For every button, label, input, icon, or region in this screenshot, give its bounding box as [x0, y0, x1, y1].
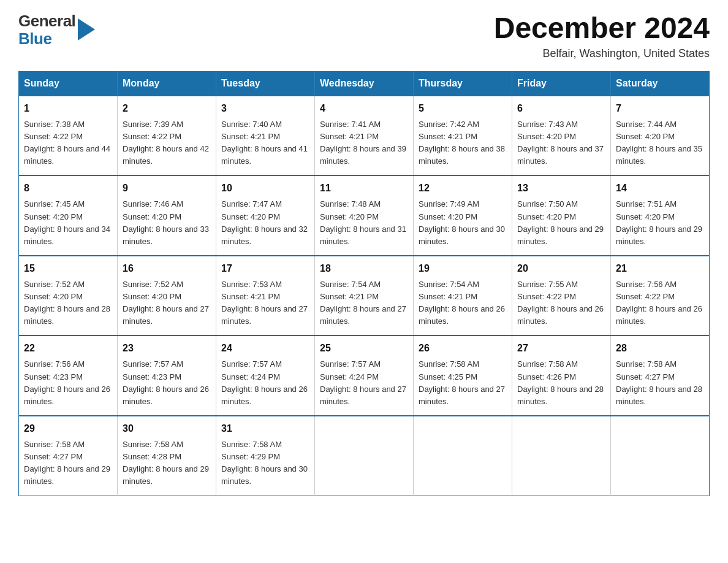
day-number: 3 — [221, 101, 309, 116]
calendar-body: 1Sunrise: 7:38 AMSunset: 4:22 PMDaylight… — [19, 96, 710, 496]
day-cell-12: 12Sunrise: 7:49 AMSunset: 4:20 PMDayligh… — [414, 175, 512, 256]
day-number: 22 — [24, 341, 112, 356]
logo-general: General — [18, 12, 75, 30]
day-cell-16: 16Sunrise: 7:52 AMSunset: 4:20 PMDayligh… — [118, 256, 216, 336]
day-cell-9: 9Sunrise: 7:46 AMSunset: 4:20 PMDaylight… — [118, 175, 216, 256]
day-number: 12 — [419, 181, 507, 196]
day-info: Sunrise: 7:54 AMSunset: 4:21 PMDaylight:… — [320, 278, 408, 328]
day-cell-10: 10Sunrise: 7:47 AMSunset: 4:20 PMDayligh… — [216, 175, 315, 256]
day-number: 14 — [616, 181, 704, 196]
day-number: 10 — [221, 181, 309, 196]
day-info: Sunrise: 7:57 AMSunset: 4:24 PMDaylight:… — [320, 358, 408, 408]
day-cell-18: 18Sunrise: 7:54 AMSunset: 4:21 PMDayligh… — [315, 256, 414, 336]
day-cell-27: 27Sunrise: 7:58 AMSunset: 4:26 PMDayligh… — [512, 335, 611, 416]
day-cell-13: 13Sunrise: 7:50 AMSunset: 4:20 PMDayligh… — [512, 175, 611, 256]
day-info: Sunrise: 7:57 AMSunset: 4:24 PMDaylight:… — [221, 358, 309, 408]
empty-cell — [512, 416, 611, 496]
day-info: Sunrise: 7:56 AMSunset: 4:22 PMDaylight:… — [616, 278, 704, 328]
day-number: 2 — [123, 101, 211, 116]
day-info: Sunrise: 7:58 AMSunset: 4:27 PMDaylight:… — [616, 358, 704, 408]
day-cell-23: 23Sunrise: 7:57 AMSunset: 4:23 PMDayligh… — [118, 335, 216, 416]
day-info: Sunrise: 7:40 AMSunset: 4:21 PMDaylight:… — [221, 118, 309, 168]
day-number: 26 — [419, 341, 507, 356]
day-number: 7 — [616, 101, 704, 116]
week-row-3: 15Sunrise: 7:52 AMSunset: 4:20 PMDayligh… — [19, 256, 710, 336]
day-cell-11: 11Sunrise: 7:48 AMSunset: 4:20 PMDayligh… — [315, 175, 414, 256]
day-info: Sunrise: 7:38 AMSunset: 4:22 PMDaylight:… — [24, 118, 112, 168]
day-number: 17 — [221, 261, 309, 276]
day-info: Sunrise: 7:57 AMSunset: 4:23 PMDaylight:… — [123, 358, 211, 408]
week-row-1: 1Sunrise: 7:38 AMSunset: 4:22 PMDaylight… — [19, 96, 710, 176]
day-number: 4 — [320, 101, 408, 116]
day-number: 1 — [24, 101, 112, 116]
day-info: Sunrise: 7:46 AMSunset: 4:20 PMDaylight:… — [123, 198, 211, 248]
day-info: Sunrise: 7:47 AMSunset: 4:20 PMDaylight:… — [221, 198, 309, 248]
day-of-week-thursday: Thursday — [414, 71, 512, 96]
day-number: 25 — [320, 341, 408, 356]
day-info: Sunrise: 7:58 AMSunset: 4:26 PMDaylight:… — [517, 358, 605, 408]
day-info: Sunrise: 7:58 AMSunset: 4:25 PMDaylight:… — [419, 358, 507, 408]
day-cell-26: 26Sunrise: 7:58 AMSunset: 4:25 PMDayligh… — [414, 335, 512, 416]
day-cell-15: 15Sunrise: 7:52 AMSunset: 4:20 PMDayligh… — [19, 256, 118, 336]
day-info: Sunrise: 7:52 AMSunset: 4:20 PMDaylight:… — [123, 278, 211, 328]
day-cell-17: 17Sunrise: 7:53 AMSunset: 4:21 PMDayligh… — [216, 256, 315, 336]
day-info: Sunrise: 7:58 AMSunset: 4:29 PMDaylight:… — [221, 439, 309, 488]
day-number: 28 — [616, 341, 704, 356]
day-number: 15 — [24, 261, 112, 276]
days-of-week-row: SundayMondayTuesdayWednesdayThursdayFrid… — [19, 71, 710, 96]
day-number: 30 — [123, 421, 211, 436]
week-row-5: 29Sunrise: 7:58 AMSunset: 4:27 PMDayligh… — [19, 416, 710, 496]
day-info: Sunrise: 7:51 AMSunset: 4:20 PMDaylight:… — [616, 198, 704, 248]
day-info: Sunrise: 7:58 AMSunset: 4:27 PMDaylight:… — [24, 439, 112, 488]
day-cell-31: 31Sunrise: 7:58 AMSunset: 4:29 PMDayligh… — [216, 416, 315, 496]
logo-arrow-icon — [78, 18, 95, 43]
day-number: 8 — [24, 181, 112, 196]
day-cell-21: 21Sunrise: 7:56 AMSunset: 4:22 PMDayligh… — [611, 256, 710, 336]
day-cell-24: 24Sunrise: 7:57 AMSunset: 4:24 PMDayligh… — [216, 335, 315, 416]
day-cell-1: 1Sunrise: 7:38 AMSunset: 4:22 PMDaylight… — [19, 96, 118, 176]
day-number: 18 — [320, 261, 408, 276]
day-info: Sunrise: 7:48 AMSunset: 4:20 PMDaylight:… — [320, 198, 408, 248]
day-number: 21 — [616, 261, 704, 276]
day-info: Sunrise: 7:58 AMSunset: 4:28 PMDaylight:… — [123, 439, 211, 488]
day-number: 20 — [517, 261, 605, 276]
day-cell-2: 2Sunrise: 7:39 AMSunset: 4:22 PMDaylight… — [118, 96, 216, 176]
day-number: 27 — [517, 341, 605, 356]
day-of-week-monday: Monday — [118, 71, 216, 96]
logo: General Blue — [18, 12, 95, 47]
day-of-week-wednesday: Wednesday — [315, 71, 414, 96]
day-cell-25: 25Sunrise: 7:57 AMSunset: 4:24 PMDayligh… — [315, 335, 414, 416]
day-number: 11 — [320, 181, 408, 196]
day-number: 31 — [221, 421, 309, 436]
day-cell-30: 30Sunrise: 7:58 AMSunset: 4:28 PMDayligh… — [118, 416, 216, 496]
day-cell-4: 4Sunrise: 7:41 AMSunset: 4:21 PMDaylight… — [315, 96, 414, 176]
day-number: 23 — [123, 341, 211, 356]
day-cell-19: 19Sunrise: 7:54 AMSunset: 4:21 PMDayligh… — [414, 256, 512, 336]
day-cell-3: 3Sunrise: 7:40 AMSunset: 4:21 PMDaylight… — [216, 96, 315, 176]
empty-cell — [611, 416, 710, 496]
day-info: Sunrise: 7:42 AMSunset: 4:21 PMDaylight:… — [419, 118, 507, 168]
day-cell-22: 22Sunrise: 7:56 AMSunset: 4:23 PMDayligh… — [19, 335, 118, 416]
day-number: 16 — [123, 261, 211, 276]
day-info: Sunrise: 7:56 AMSunset: 4:23 PMDaylight:… — [24, 358, 112, 408]
day-info: Sunrise: 7:39 AMSunset: 4:22 PMDaylight:… — [123, 118, 211, 168]
day-number: 13 — [517, 181, 605, 196]
day-number: 5 — [419, 101, 507, 116]
day-info: Sunrise: 7:41 AMSunset: 4:21 PMDaylight:… — [320, 118, 408, 168]
day-info: Sunrise: 7:55 AMSunset: 4:22 PMDaylight:… — [517, 278, 605, 328]
day-info: Sunrise: 7:45 AMSunset: 4:20 PMDaylight:… — [24, 198, 112, 248]
day-of-week-friday: Friday — [512, 71, 611, 96]
day-info: Sunrise: 7:54 AMSunset: 4:21 PMDaylight:… — [419, 278, 507, 328]
day-of-week-sunday: Sunday — [19, 71, 118, 96]
day-number: 6 — [517, 101, 605, 116]
title-block: December 2024 Belfair, Washington, Unite… — [494, 12, 710, 60]
day-info: Sunrise: 7:50 AMSunset: 4:20 PMDaylight:… — [517, 198, 605, 248]
page-header: General Blue December 2024 Belfair, Wash… — [18, 12, 710, 60]
page-subtitle: Belfair, Washington, United States — [494, 47, 710, 60]
day-of-week-saturday: Saturday — [611, 71, 710, 96]
day-number: 29 — [24, 421, 112, 436]
calendar-header: SundayMondayTuesdayWednesdayThursdayFrid… — [19, 71, 710, 96]
day-cell-6: 6Sunrise: 7:43 AMSunset: 4:20 PMDaylight… — [512, 96, 611, 176]
day-number: 24 — [221, 341, 309, 356]
page-title: December 2024 — [494, 12, 710, 45]
